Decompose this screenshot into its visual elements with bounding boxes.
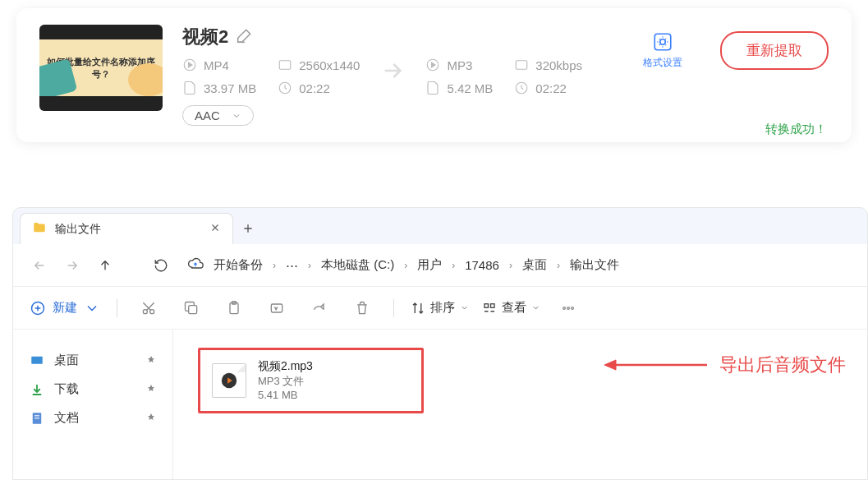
svg-marker-5 xyxy=(432,62,436,67)
refresh-button[interactable] xyxy=(148,252,174,279)
breadcrumb-seg-2[interactable]: 17486 xyxy=(460,255,504,275)
sidebar-item-desktop[interactable]: 桌面 xyxy=(13,346,172,375)
file-item[interactable]: 视频2.mp3 MP3 文件 5.41 MB xyxy=(198,348,424,413)
source-info: MP4 2560x1440 33.97 MB 02:22 xyxy=(182,58,360,95)
mp3-file-icon xyxy=(212,363,246,398)
svg-rect-8 xyxy=(654,34,671,50)
pin-icon xyxy=(146,411,156,425)
tab-label: 输出文件 xyxy=(55,222,201,237)
more-button[interactable] xyxy=(553,293,583,323)
target-info: MP3 320kbps 5.42 MB 02:22 xyxy=(425,58,582,95)
gear-icon xyxy=(652,31,673,53)
format-settings-button[interactable]: 格式设置 xyxy=(643,31,682,70)
video-thumbnail[interactable]: 如何批量给文件名称添加序号？ xyxy=(39,25,163,111)
annotation-arrow-icon xyxy=(604,354,711,376)
new-tab-button[interactable] xyxy=(233,213,263,244)
document-icon xyxy=(30,411,44,426)
plus-circle-icon xyxy=(30,300,46,316)
svg-rect-25 xyxy=(34,418,39,418)
explorer-tab[interactable]: 输出文件 xyxy=(20,213,233,244)
svg-rect-13 xyxy=(189,305,197,313)
file-size: 5.41 MB xyxy=(258,388,313,403)
svg-point-19 xyxy=(563,307,566,309)
download-icon xyxy=(30,382,44,397)
annotation-text: 导出后音频文件 xyxy=(719,353,846,377)
breadcrumb-seg-1[interactable]: 用户 xyxy=(412,254,447,276)
up-button[interactable] xyxy=(92,252,118,279)
edit-title-icon[interactable] xyxy=(237,27,253,47)
copy-button[interactable] xyxy=(177,293,206,323)
reextract-button[interactable]: 重新提取 xyxy=(720,31,829,70)
sidebar: 桌面 下载 文档 xyxy=(13,330,173,479)
sidebar-item-downloads[interactable]: 下载 xyxy=(13,375,172,404)
target-duration: 02:22 xyxy=(535,81,567,95)
svg-rect-18 xyxy=(491,303,495,307)
success-message: 转换成功！ xyxy=(765,122,827,137)
annotation: 导出后音频文件 xyxy=(604,353,846,377)
sidebar-item-label: 下载 xyxy=(54,381,79,397)
desktop-icon xyxy=(30,353,44,368)
target-format: MP3 xyxy=(447,58,472,72)
rename-button[interactable] xyxy=(262,293,292,323)
codec-value: AAC xyxy=(195,108,220,122)
sidebar-item-label: 桌面 xyxy=(54,353,79,368)
back-button[interactable] xyxy=(26,252,53,279)
codec-dropdown[interactable]: AAC xyxy=(182,105,254,126)
svg-point-21 xyxy=(572,307,574,309)
breadcrumb-ellipsis[interactable]: ⋯ xyxy=(281,255,303,276)
svg-marker-1 xyxy=(189,62,193,67)
converter-card: 如何批量给文件名称添加序号？ 视频2 MP4 2560x1440 33.97 M… xyxy=(16,8,852,142)
arrow-icon xyxy=(368,58,417,84)
new-button[interactable]: 新建 xyxy=(30,300,100,316)
pin-icon xyxy=(146,382,156,396)
sidebar-item-documents[interactable]: 文档 xyxy=(13,404,172,432)
folder-icon xyxy=(32,220,47,238)
video-title: 视频2 xyxy=(182,25,228,49)
svg-point-9 xyxy=(660,39,666,45)
svg-rect-2 xyxy=(279,61,291,70)
nav-bar: 开始备份 › ⋯ › 本地磁盘 (C:)› 用户› 17486› 桌面› 输出文… xyxy=(13,244,867,287)
breadcrumb-seg-3[interactable]: 桌面 xyxy=(517,254,552,276)
target-bitrate: 320kbps xyxy=(535,58,582,72)
svg-rect-17 xyxy=(485,303,489,307)
chevron-down-icon xyxy=(84,300,100,316)
chevron-down-icon xyxy=(232,111,241,121)
sort-button[interactable]: 排序 xyxy=(411,300,469,316)
breadcrumb-seg-4[interactable]: 输出文件 xyxy=(565,254,624,276)
target-size: 5.42 MB xyxy=(447,81,493,95)
file-kind: MP3 文件 xyxy=(258,374,313,389)
source-resolution: 2560x1440 xyxy=(299,58,360,72)
content-area[interactable]: 视频2.mp3 MP3 文件 5.41 MB 导出后音频文件 xyxy=(173,330,867,479)
pin-icon xyxy=(146,353,156,367)
delete-button[interactable] xyxy=(347,293,377,323)
info-column: 视频2 MP4 2560x1440 33.97 MB 02:22 MP3 320… xyxy=(182,25,609,126)
svg-marker-29 xyxy=(604,360,616,370)
file-name: 视频2.mp3 xyxy=(258,358,313,374)
forward-button[interactable] xyxy=(59,252,85,279)
sidebar-item-label: 文档 xyxy=(54,410,79,426)
file-explorer-window: 输出文件 开始备份 › ⋯ › 本地磁盘 (C:)› 用户› 17486› 桌面… xyxy=(12,207,868,480)
cloud-sync-icon[interactable] xyxy=(187,256,204,275)
tab-strip: 输出文件 xyxy=(13,208,867,244)
source-duration: 02:22 xyxy=(299,81,330,95)
share-button[interactable] xyxy=(305,293,334,323)
source-size: 33.97 MB xyxy=(204,81,256,95)
breadcrumb: 开始备份 › ⋯ › 本地磁盘 (C:)› 用户› 17486› 桌面› 输出文… xyxy=(187,254,854,276)
svg-rect-22 xyxy=(31,356,43,363)
view-button[interactable]: 查看 xyxy=(482,300,540,316)
breadcrumb-seg-0[interactable]: 本地磁盘 (C:) xyxy=(316,254,399,276)
paste-button[interactable] xyxy=(219,293,249,323)
svg-rect-24 xyxy=(34,415,39,416)
breadcrumb-backup[interactable]: 开始备份 xyxy=(209,254,268,276)
svg-rect-6 xyxy=(517,61,528,70)
svg-point-20 xyxy=(567,307,570,309)
source-format: MP4 xyxy=(204,58,229,72)
cut-button[interactable] xyxy=(134,293,163,323)
toolbar: 新建 排序 查看 xyxy=(13,287,867,330)
close-tab-button[interactable] xyxy=(209,222,221,237)
